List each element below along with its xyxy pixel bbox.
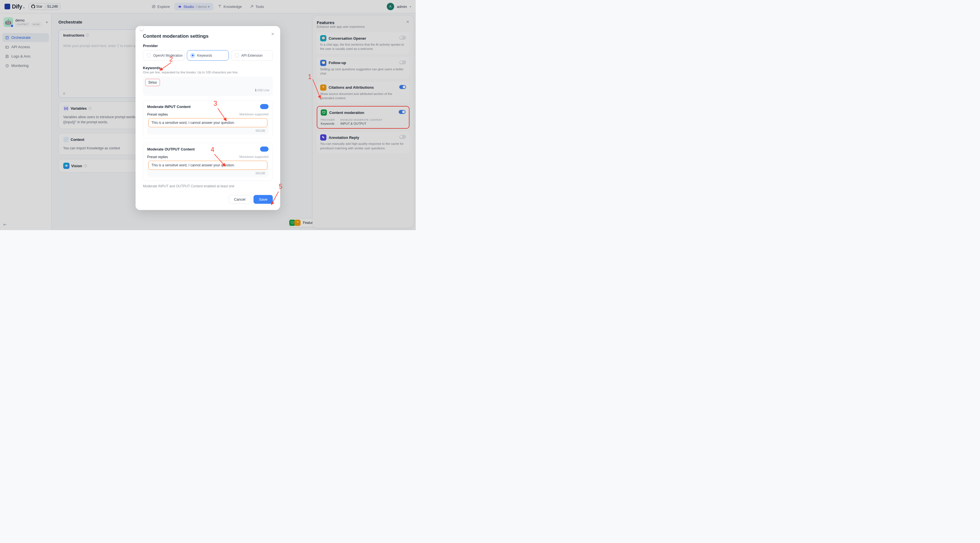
close-modal-button[interactable]: ✕ (271, 32, 275, 36)
modal-overlay: Content moderation settings ✕ Provider O… (0, 0, 416, 230)
keywords-textarea[interactable]: Sirius 1/100 Line (143, 76, 273, 96)
moderate-output-section: Moderate OUTPUT Content Preset repliesMa… (143, 143, 273, 181)
save-button[interactable]: Save (253, 195, 273, 204)
annotation-3: 3 (213, 100, 217, 107)
keyword-value: Sirius (145, 79, 160, 86)
modal-title: Content moderation settings (143, 33, 273, 39)
provider-api-extension[interactable]: API Extension (231, 50, 273, 60)
annotation-1: 1 (308, 73, 312, 81)
cancel-button[interactable]: Cancel (229, 195, 251, 204)
content-moderation-modal: Content moderation settings ✕ Provider O… (135, 26, 280, 210)
moderation-note: Moderate INPUT and OUTPUT Content enable… (143, 184, 273, 188)
annotation-4: 4 (211, 146, 215, 154)
output-preset-reply[interactable]: This is a sensitive word, I cannot answe… (147, 161, 269, 177)
moderate-output-toggle[interactable] (260, 146, 269, 152)
provider-openai-moderation[interactable]: OpenAI Moderation (143, 50, 185, 60)
provider-keywords[interactable]: Keywords (187, 50, 229, 60)
moderate-input-toggle[interactable] (260, 104, 269, 109)
annotation-2: 2 (169, 56, 173, 63)
input-preset-reply[interactable]: This is a sensitive word, I cannot answe… (147, 118, 269, 135)
moderate-input-section: Moderate INPUT Content Preset repliesMar… (143, 100, 273, 138)
annotation-5: 5 (279, 183, 282, 191)
provider-label: Provider (143, 44, 273, 48)
